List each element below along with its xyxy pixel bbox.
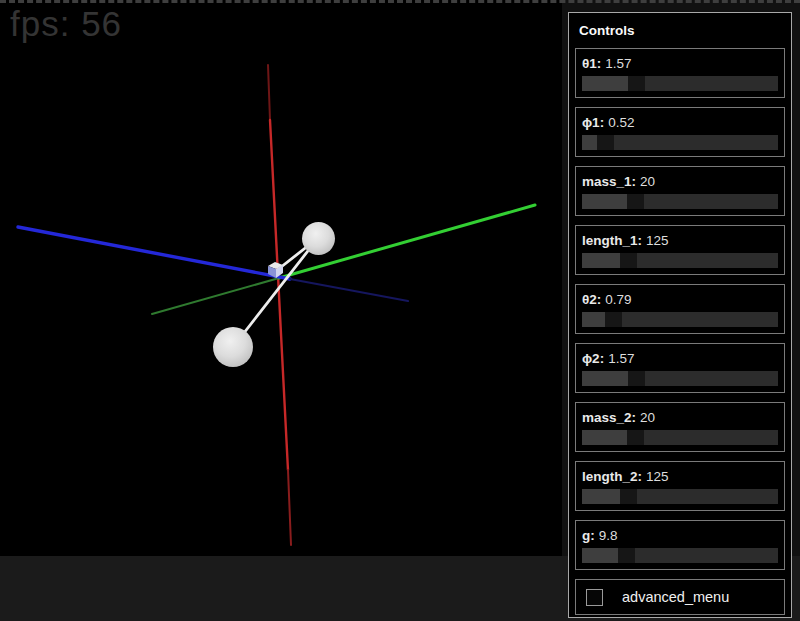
y-axis-red-dim-bottom <box>288 470 291 545</box>
control-advanced-menu: advanced_menu <box>575 579 785 615</box>
controls-list: θ1:1.57 ϕ1:0.52 mass_1:20 length_1:125 <box>575 48 785 570</box>
slider-track[interactable] <box>582 253 778 268</box>
control-label: θ1: <box>582 56 601 71</box>
control-label: mass_1: <box>582 174 636 189</box>
slider-handle[interactable] <box>628 371 645 386</box>
slider-track[interactable] <box>582 312 778 327</box>
control-label: length_1: <box>582 233 642 248</box>
control-label: length_2: <box>582 469 642 484</box>
scene-svg <box>0 0 562 556</box>
slider-track[interactable] <box>582 430 778 445</box>
control-phi1: ϕ1:0.52 <box>575 107 785 157</box>
slider-fill <box>582 194 627 209</box>
control-length-2: length_2:125 <box>575 461 785 511</box>
slider-handle[interactable] <box>605 312 622 327</box>
slider-fill <box>582 135 597 150</box>
slider-track[interactable] <box>582 548 778 563</box>
control-value: 20 <box>640 410 655 425</box>
x-axis-green-dim <box>152 278 279 314</box>
slider-fill <box>582 371 628 386</box>
simulation-canvas[interactable]: fps: 56 <box>0 0 562 556</box>
z-axis-blue-dim <box>290 279 408 301</box>
control-g: g:9.8 <box>575 520 785 570</box>
pendulum-mass-2[interactable] <box>213 327 253 367</box>
control-theta1: θ1:1.57 <box>575 48 785 98</box>
control-value: 0.52 <box>608 115 634 130</box>
control-value: 125 <box>646 233 669 248</box>
slider-handle[interactable] <box>627 430 644 445</box>
y-axis-red-dim-top <box>268 65 270 120</box>
fps-counter: fps: 56 <box>10 4 122 44</box>
slider-track[interactable] <box>582 489 778 504</box>
control-mass-1: mass_1:20 <box>575 166 785 216</box>
slider-handle[interactable] <box>597 135 614 150</box>
pendulum-mass-1[interactable] <box>302 222 335 255</box>
control-value: 1.57 <box>605 56 631 71</box>
advanced-menu-checkbox[interactable] <box>586 589 603 606</box>
advanced-menu-label: advanced_menu <box>622 589 729 605</box>
slider-handle[interactable] <box>620 489 637 504</box>
slider-fill <box>582 76 628 91</box>
control-length-1: length_1:125 <box>575 225 785 275</box>
slider-handle[interactable] <box>620 253 637 268</box>
control-phi2: ϕ2:1.57 <box>575 343 785 393</box>
slider-fill <box>582 253 620 268</box>
slider-handle[interactable] <box>618 548 635 563</box>
control-label: mass_2: <box>582 410 636 425</box>
control-value: 1.57 <box>608 351 634 366</box>
top-dashed-border <box>0 0 800 3</box>
control-theta2: θ2:0.79 <box>575 284 785 334</box>
control-label: ϕ2: <box>582 351 604 366</box>
app-root: fps: 56 Controls θ1:1.57 ϕ1:0.52 mass_1:… <box>0 0 800 621</box>
control-label: ϕ1: <box>582 115 604 130</box>
control-value: 125 <box>646 469 669 484</box>
slider-handle[interactable] <box>627 194 644 209</box>
control-label: g: <box>582 528 595 543</box>
control-mass-2: mass_2:20 <box>575 402 785 452</box>
z-axis-blue-bright <box>18 227 290 279</box>
control-value: 0.79 <box>605 292 631 307</box>
slider-track[interactable] <box>582 135 778 150</box>
slider-fill <box>582 430 627 445</box>
control-label: θ2: <box>582 292 601 307</box>
slider-track[interactable] <box>582 371 778 386</box>
slider-track[interactable] <box>582 76 778 91</box>
control-value: 20 <box>640 174 655 189</box>
slider-handle[interactable] <box>628 76 645 91</box>
control-value: 9.8 <box>599 528 618 543</box>
slider-fill <box>582 489 620 504</box>
controls-panel: Controls θ1:1.57 ϕ1:0.52 mass_1:20 lengt <box>568 12 792 618</box>
slider-fill <box>582 312 605 327</box>
slider-track[interactable] <box>582 194 778 209</box>
slider-fill <box>582 548 618 563</box>
panel-title: Controls <box>579 23 785 38</box>
